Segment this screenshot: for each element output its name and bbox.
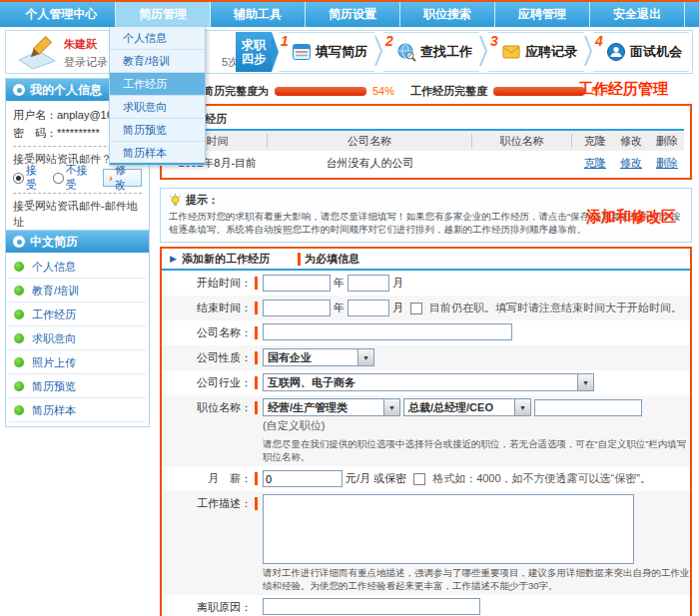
- login-record-text: 登录记录: [64, 55, 108, 70]
- sidebar-item-resume-sample[interactable]: 简历样本: [9, 398, 146, 422]
- required-note: 为必填信息: [305, 252, 359, 267]
- chevron-separator-icon: [479, 32, 488, 70]
- job-description-textarea[interactable]: [263, 494, 634, 564]
- nav-filler: [685, 2, 699, 27]
- menu-item-work-experience[interactable]: 工作经历: [110, 73, 205, 96]
- resume-panel: 中文简历 个人信息 教育/培训 工作经历 求职意向 照片上传 简历预览 简历样本: [5, 230, 150, 427]
- form-header: ▶ 添加新的工作经历 为必填信息: [162, 249, 690, 269]
- industry-select[interactable]: 互联网、电子商务 ▼: [263, 373, 594, 391]
- sidebar-item-photo-upload[interactable]: 照片上传: [9, 350, 146, 374]
- resume-progress-percent: 54%: [372, 85, 394, 97]
- tip-title: 提示：: [186, 193, 219, 208]
- interview-person-icon: [606, 42, 626, 62]
- step-find-job[interactable]: 2 查找工作: [383, 32, 479, 72]
- delete-link[interactable]: 删除: [656, 156, 678, 171]
- password-mask: **********: [57, 127, 100, 139]
- sidebar-item-work-experience[interactable]: 工作经历: [9, 303, 146, 326]
- custom-position-input[interactable]: [534, 399, 642, 416]
- nav-tab-logout[interactable]: 安全退出: [590, 2, 685, 27]
- table-row: 2002年8月-目前 台州没有人的公司 克隆 修改 删除: [168, 151, 684, 175]
- reject-radio[interactable]: [53, 173, 64, 184]
- salary-input[interactable]: [263, 470, 343, 487]
- nav-tab-tools[interactable]: 辅助工具: [211, 2, 306, 27]
- leave-reason-row: 离职原因： 简明扼要地阐述离职原因，字数在50字以内。: [162, 595, 690, 616]
- resume-panel-header: 中文简历: [6, 231, 149, 253]
- chevron-down-icon: ▼: [514, 399, 530, 415]
- nav-tab-personal-center[interactable]: 个人管理中心: [8, 2, 116, 27]
- description-row: 工作描述： 请对工作进行详细而有重点地描述，强调参与了哪些重要项目，建议多用详细…: [162, 491, 690, 595]
- step-label: 查找工作: [420, 43, 472, 61]
- step-interview-chance[interactable]: 4 面试机会: [593, 32, 689, 72]
- menu-item-resume-preview[interactable]: 简历预览: [110, 119, 205, 142]
- position-select[interactable]: 总裁/总经理/CEO ▼: [403, 398, 531, 416]
- start-year-input[interactable]: [263, 275, 331, 292]
- menu-item-education[interactable]: 教育/培训: [110, 50, 205, 73]
- step-fill-resume[interactable]: 1 填写简历: [279, 32, 374, 72]
- company-type-row: 公司性质： 国有企业 ▼: [162, 345, 690, 370]
- start-month-input[interactable]: [348, 275, 389, 292]
- arrow-icon: ›: [109, 172, 113, 184]
- green-bullet-icon: [14, 262, 24, 272]
- record-envelope-icon: [501, 42, 521, 62]
- form-title: 添加新的工作经历: [182, 252, 270, 267]
- menu-item-personal-info[interactable]: 个人信息: [110, 27, 205, 50]
- position-help-text: 请您尽量在我们提供的职位选项中选择符合或接近的职位，若无合适选项，可在“自定义职…: [263, 437, 694, 463]
- resume-manage-dropdown: 个人信息 教育/培训 工作经历 求职意向 简历预览 简历样本: [109, 27, 206, 166]
- salary-secret-checkbox[interactable]: [413, 473, 425, 485]
- bullet-circle-icon: [13, 84, 25, 96]
- nav-tab-job-search[interactable]: 职位搜索: [400, 2, 495, 27]
- green-bullet-icon: [14, 333, 24, 343]
- company-name-row: 公司名称：: [162, 320, 690, 345]
- step-application-record[interactable]: 3 应聘记录: [488, 32, 584, 72]
- green-bullet-icon: [14, 381, 24, 391]
- position-category-select[interactable]: 经营/生产管理类 ▼: [263, 398, 400, 416]
- sidebar-item-personal-info[interactable]: 个人信息: [9, 255, 146, 279]
- green-bullet-icon: [14, 405, 24, 415]
- steps-badge: 求职 四步: [236, 32, 272, 72]
- position-row: 职位名称： 经营/生产管理类 ▼ 总裁/总经理/CEO ▼ (自定义职位) 请您…: [162, 395, 690, 466]
- search-job-icon: [396, 42, 416, 62]
- required-marker: [255, 472, 258, 485]
- work-progress-label: 工作经历完整度: [410, 84, 487, 99]
- company-type-select[interactable]: 国有企业 ▼: [263, 348, 374, 366]
- step-number-2: 2: [385, 33, 393, 49]
- nav-tab-application-manage[interactable]: 应聘管理: [495, 2, 590, 27]
- sidebar-item-resume-preview[interactable]: 简历预览: [9, 374, 146, 398]
- step-label: 应聘记录: [525, 43, 577, 61]
- work-company-cell: 台州没有人的公司: [268, 156, 472, 171]
- work-history-title: ▶ 工作经历: [168, 109, 684, 129]
- step-number-4: 4: [595, 33, 603, 49]
- end-month-input[interactable]: [348, 300, 389, 316]
- job-steps-bar: 求职 四步 1 填写简历 2: [236, 32, 689, 72]
- clone-link[interactable]: 克隆: [584, 156, 606, 171]
- chevron-separator-icon: [374, 32, 383, 70]
- required-marker: [255, 497, 258, 510]
- accept-radio[interactable]: [13, 173, 24, 184]
- work-progress-bar: [493, 87, 585, 96]
- user-name: 朱建跃: [64, 37, 97, 52]
- bullet-circle-icon: [13, 236, 25, 248]
- triangle-icon: ▶: [170, 254, 177, 264]
- end-year-input[interactable]: [263, 300, 331, 316]
- company-name-input[interactable]: [263, 323, 512, 340]
- sidebar-item-education[interactable]: 教育/培训: [9, 279, 146, 303]
- start-time-row: 开始时间： 年 月: [162, 271, 690, 296]
- menu-item-job-intention[interactable]: 求职意向: [110, 96, 205, 119]
- menu-item-resume-sample[interactable]: 简历样本: [110, 142, 205, 165]
- chevron-down-icon: ▼: [357, 349, 373, 365]
- required-marker: [255, 401, 258, 414]
- accept-radio-label: 接受: [26, 163, 47, 193]
- nav-tab-resume-settings[interactable]: 简历设置: [306, 2, 400, 27]
- edit-link[interactable]: 修改: [620, 156, 642, 171]
- required-marker: [298, 253, 301, 266]
- chevron-down-icon: ▼: [577, 374, 593, 390]
- current-job-checkbox[interactable]: [410, 303, 422, 314]
- table-header-row: 时间 公司名称 职位名称 克隆 修改 删除: [168, 131, 684, 151]
- modify-subscription-button[interactable]: › 修改: [103, 169, 142, 187]
- chevron-down-icon: ▼: [383, 399, 399, 415]
- leave-reason-input[interactable]: [263, 598, 480, 615]
- resume-progress-bar: [275, 87, 366, 96]
- nav-tab-resume-manage[interactable]: 简历管理: [116, 2, 211, 27]
- steps-badge-line2: 四步: [242, 52, 266, 66]
- sidebar-item-job-intention[interactable]: 求职意向: [9, 326, 146, 350]
